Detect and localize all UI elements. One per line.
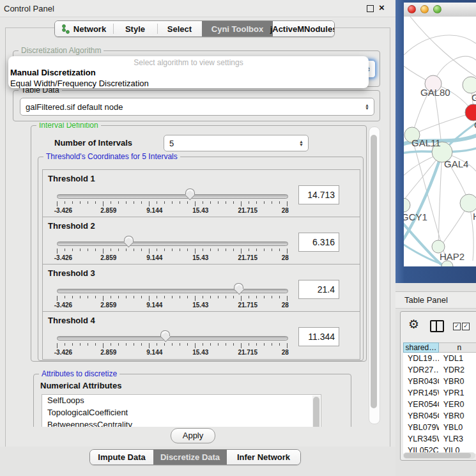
table-row[interactable]: YDR27…YDR2 [403,364,476,376]
numerical-attributes-list[interactable]: SelfLoops TopologicalCoefficient Between… [42,394,321,427]
slider-track[interactable] [57,242,288,246]
slider-tick [180,201,180,204]
table-data-value: galFiltered.sif default node [26,102,123,112]
split-columns-icon[interactable] [430,320,444,332]
table-row[interactable]: YER054CYER0 [403,399,476,410]
table-row[interactable]: YLR345WYLR3 [403,433,476,445]
slider-tick [111,343,111,346]
threshold-1-box: Threshold 1 -3.4262.8599.14415.4321.7152… [42,169,360,218]
tab-impute-data-label: Impute Data [98,452,145,462]
node-g[interactable] [463,77,476,93]
slider-tick [180,296,180,298]
number-of-intervals-combobox[interactable]: 5 ▲▼ [164,135,309,151]
tab-impute-data[interactable]: Impute Data [90,450,153,464]
threshold-2-slider[interactable]: -3.4262.8599.14415.4321.71528 [57,239,287,262]
tab-infer-network[interactable]: Infer Network [227,450,300,464]
list-item[interactable]: SelfLoops [42,395,321,407]
slider-tick [118,343,119,346]
slider-tick-label: 28 [282,254,289,261]
tab-style[interactable]: Style [113,21,157,36]
table-row[interactable]: YBR043CYBR0 [403,376,476,387]
slider-tick-label: 15.43 [192,254,208,261]
attributes-group: Attributes to discretize Numerical Attri… [33,374,351,427]
float-window-icon[interactable] [367,5,374,12]
checkbox-icon[interactable]: ✓ [453,323,461,330]
slider-tick [172,296,173,298]
number-of-intervals-value: 5 [169,139,174,148]
tab-cyni-toolbox-label: Cyni Toolbox [211,24,263,34]
slider-tick [134,343,134,346]
column-header-name[interactable]: n [439,342,476,353]
tab-select[interactable]: Select [157,21,202,36]
slider-track[interactable] [57,194,288,199]
slider-tick [164,201,165,204]
slider-tick [249,249,249,251]
tab-cyni-toolbox[interactable]: Cyni Toolbox [202,21,273,36]
tab-network-label: Network [73,24,106,34]
table-data-combobox[interactable]: galFiltered.sif default node ▲▼ [20,98,374,116]
slider-tick [249,201,249,204]
threshold-3-slider[interactable]: -3.4262.8599.14415.4321.71528 [57,286,287,309]
column-header-shared-name[interactable]: shared… [403,342,439,353]
slider-tick [164,343,165,346]
close-window-icon[interactable] [408,5,416,13]
checkbox-icon[interactable]: ✓ [462,323,470,330]
threshold-4-value-field[interactable]: 11.344 [298,327,339,346]
slider-tick [241,201,242,206]
node-gcy1[interactable] [404,198,410,212]
threshold-4-slider[interactable]: -3.4262.8599.14415.4321.71528 [57,334,287,357]
gear-icon[interactable]: ⚙ [408,317,419,332]
threshold-1-value-field[interactable]: 14.713 [298,185,339,204]
threshold-2-value-field[interactable]: 6.316 [298,233,339,252]
table-row[interactable]: YBR045CYBR0 [403,410,476,422]
dropdown-option-manual-discretization[interactable]: Manual Discretization [8,67,369,78]
list-item[interactable]: BetweennessCentrality [42,419,321,427]
tab-jactivemnodules[interactable]: jActiveMNodules [273,21,334,36]
table-row[interactable]: YDL19…YDL1 [403,353,476,364]
scrollbar-thumb[interactable] [404,453,471,458]
slider-tick [172,201,173,204]
slider-track[interactable] [57,336,288,341]
table-horizontal-scrollbar[interactable] [403,452,475,459]
close-icon[interactable]: × [379,2,385,13]
dropdown-option-equal-width-frequency[interactable]: Equal Width/Frequency Discretization [8,78,369,88]
slider-tick [241,296,242,301]
slider-tick-label: 21.715 [238,349,257,356]
threshold-1-slider[interactable]: -3.4262.8599.14415.4321.71528 [57,192,287,215]
slider-ticks [57,201,287,207]
slider-handle[interactable] [185,188,195,201]
slider-ticks [57,343,287,349]
slider-tick [141,201,142,204]
network-canvas[interactable]: GAL80 G C GAL11 GAL4 GCY1 H HAP2 [404,17,476,266]
slider-tick [195,201,196,206]
slider-track[interactable] [57,289,288,293]
minimize-window-icon[interactable] [420,5,429,13]
slider-handle[interactable] [234,283,243,296]
slider-tick [103,249,104,254]
network-window-titlebar[interactable] [404,3,476,17]
screen: Control Panel × Network Style Select Cyn… [0,0,476,476]
tab-discretize-data[interactable]: Discretize Data [153,450,227,464]
slider-tick [226,296,226,298]
slider-tick [287,296,288,301]
table-row[interactable]: YPR145WYPR1 [403,387,476,399]
zoom-window-icon[interactable] [433,5,441,13]
settings-vertical-scrollbar[interactable] [369,127,380,424]
list-item[interactable]: TopologicalCoefficient [42,407,321,419]
slider-handle[interactable] [124,236,134,249]
slider-tick [57,249,58,254]
apply-button[interactable]: Apply [171,428,215,443]
control-panel-titlebar: Control Panel × [0,0,395,17]
threshold-3-value-field[interactable]: 21.4 [298,280,339,299]
slider-tick [287,201,288,206]
scrollbar-thumb[interactable] [371,135,377,408]
table-row[interactable]: YBL079WYBL0 [403,422,476,433]
slider-handle[interactable] [160,330,170,343]
list-scrollbar[interactable] [312,395,320,427]
network-view-window[interactable]: GAL80 G C GAL11 GAL4 GCY1 H HAP2 [395,0,476,283]
node-red-selected[interactable] [465,104,476,121]
slider-tick [157,249,157,251]
tab-network[interactable]: Network [55,21,113,36]
node-h[interactable] [460,194,476,212]
slider-tick-label: 9.144 [146,207,162,214]
